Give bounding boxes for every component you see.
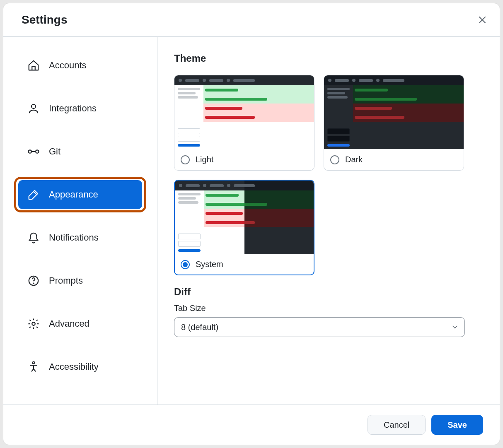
diff-heading: Diff <box>174 286 483 298</box>
home-icon <box>27 59 40 72</box>
sidebar-item-integrations[interactable]: Integrations <box>18 94 142 123</box>
theme-option-label: System <box>196 260 223 269</box>
sidebar-item-label: Integrations <box>49 103 97 114</box>
sidebar-item-appearance[interactable]: Appearance <box>18 180 142 209</box>
settings-sidebar: Accounts Integrations Git Appearance Not… <box>3 37 157 405</box>
theme-options: Light <box>174 75 483 275</box>
modal-footer: Cancel Save <box>3 405 500 445</box>
bell-icon <box>27 231 40 244</box>
svg-point-0 <box>31 104 36 108</box>
sidebar-item-label: Notifications <box>49 232 99 243</box>
sidebar-item-label: Appearance <box>49 189 98 200</box>
tab-size-label: Tab Size <box>174 303 483 313</box>
cancel-button[interactable]: Cancel <box>368 415 426 435</box>
help-icon <box>27 275 40 287</box>
theme-option-system[interactable]: System <box>174 180 314 275</box>
sidebar-item-label: Accessibility <box>49 361 99 372</box>
svg-point-6 <box>33 362 35 364</box>
radio-icon <box>181 260 190 269</box>
save-button[interactable]: Save <box>431 415 483 435</box>
theme-option-dark[interactable]: Dark <box>324 75 464 171</box>
a11y-icon <box>27 361 40 373</box>
modal-title: Settings <box>22 13 67 26</box>
sidebar-item-notifications[interactable]: Notifications <box>18 223 142 252</box>
radio-icon <box>181 155 190 164</box>
theme-option-label: Light <box>196 155 213 164</box>
theme-option-label: Dark <box>345 155 363 164</box>
sidebar-item-git[interactable]: Git <box>18 137 142 166</box>
sidebar-item-accounts[interactable]: Accounts <box>18 51 142 80</box>
svg-point-4 <box>33 283 34 284</box>
tab-size-select[interactable] <box>174 317 465 337</box>
sidebar-item-label: Prompts <box>49 275 83 286</box>
sidebar-item-label: Advanced <box>49 318 89 329</box>
person-icon <box>27 102 40 115</box>
theme-thumb-light <box>174 75 314 149</box>
close-icon[interactable] <box>477 15 487 25</box>
theme-heading: Theme <box>174 53 483 64</box>
sidebar-item-label: Git <box>49 146 60 157</box>
radio-icon <box>330 155 339 164</box>
svg-point-2 <box>36 150 39 153</box>
settings-content: Theme <box>157 37 500 405</box>
modal-header: Settings <box>3 3 500 37</box>
settings-modal: Settings Accounts Integrations Git Appea… <box>3 3 500 445</box>
tab-size-select-wrap <box>174 317 465 337</box>
brush-icon <box>27 188 40 201</box>
sidebar-item-prompts[interactable]: Prompts <box>18 266 142 295</box>
sidebar-item-accessibility[interactable]: Accessibility <box>18 352 142 381</box>
git-icon <box>27 145 40 158</box>
theme-thumb-system <box>175 181 314 254</box>
theme-thumb-dark <box>324 75 464 149</box>
sidebar-item-advanced[interactable]: Advanced <box>18 309 142 338</box>
theme-option-light[interactable]: Light <box>174 75 314 171</box>
svg-point-1 <box>29 150 32 153</box>
modal-body: Accounts Integrations Git Appearance Not… <box>3 37 500 405</box>
svg-point-5 <box>32 322 35 325</box>
sidebar-item-label: Accounts <box>49 60 87 71</box>
gear-icon <box>27 318 40 330</box>
